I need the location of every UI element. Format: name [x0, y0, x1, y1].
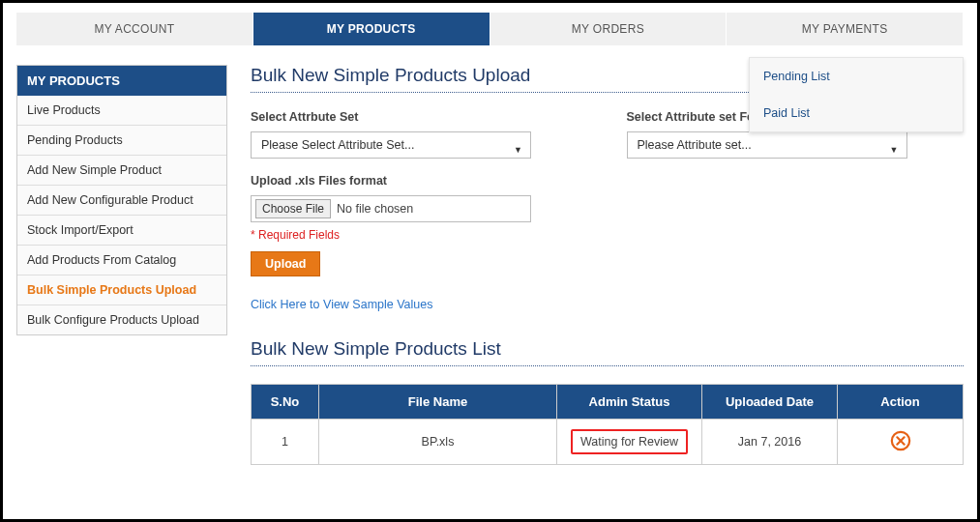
- tab-my-orders[interactable]: MY ORDERS: [490, 13, 728, 45]
- th-date: Uploaded Date: [702, 385, 838, 420]
- cell-status: Wating for Review: [557, 420, 702, 465]
- file-input[interactable]: Choose File No file chosen: [251, 195, 531, 222]
- sidebar-item-add-new-configurable[interactable]: Add New Configurable Product: [17, 186, 226, 216]
- sidebar: MY PRODUCTS Live Products Pending Produc…: [16, 65, 227, 335]
- divider: [251, 365, 964, 366]
- sidebar-item-add-from-catalog[interactable]: Add Products From Catalog: [17, 246, 226, 276]
- required-fields-note: * Required Fields: [251, 228, 964, 242]
- cell-filename: BP.xls: [319, 420, 557, 465]
- sidebar-item-bulk-simple-upload[interactable]: Bulk Simple Products Upload: [17, 276, 226, 305]
- delete-icon[interactable]: [890, 441, 911, 454]
- upload-button[interactable]: Upload: [251, 251, 320, 276]
- dropdown-item-pending-list[interactable]: Pending List: [750, 58, 963, 95]
- tab-my-account[interactable]: MY ACCOUNT: [16, 13, 253, 45]
- upload-label: Upload .xls Files format: [251, 174, 964, 188]
- th-status: Admin Status: [557, 385, 702, 420]
- tab-my-payments[interactable]: MY PAYMENTS: [727, 13, 964, 45]
- attribute-set-select[interactable]: Please Select Attribute Set...: [251, 131, 531, 159]
- attribute-set-label: Select Attrbute Set: [251, 110, 588, 124]
- cell-date: Jan 7, 2016: [702, 420, 838, 465]
- uploads-table: S.No File Name Admin Status Uploaded Dat…: [251, 384, 964, 465]
- tab-my-products[interactable]: MY PRODUCTS: [253, 13, 490, 45]
- top-nav: MY ACCOUNT MY PRODUCTS MY ORDERS MY PAYM…: [16, 13, 964, 45]
- sidebar-item-bulk-configure-upload[interactable]: Bulk Configure Products Upload: [17, 305, 226, 334]
- th-filename: File Name: [319, 385, 557, 420]
- th-sno: S.No: [252, 385, 319, 420]
- sidebar-item-pending-products[interactable]: Pending Products: [17, 126, 226, 156]
- sidebar-item-live-products[interactable]: Live Products: [17, 96, 226, 126]
- sidebar-item-stock-import-export[interactable]: Stock Import/Export: [17, 216, 226, 246]
- cell-sno: 1: [252, 420, 319, 465]
- sidebar-header: MY PRODUCTS: [17, 66, 226, 96]
- table-row: 1 BP.xls Wating for Review Jan 7, 2016: [252, 420, 964, 465]
- dropdown-item-paid-list[interactable]: Paid List: [750, 95, 963, 131]
- cell-action: [838, 420, 964, 465]
- th-action: Action: [838, 385, 964, 420]
- sample-values-link[interactable]: Click Here to View Sample Values: [251, 298, 433, 311]
- choose-file-button[interactable]: Choose File: [255, 199, 331, 218]
- sample-csv-select[interactable]: Please Attribute set...: [627, 131, 907, 159]
- status-badge: Wating for Review: [571, 429, 688, 454]
- payments-dropdown: Pending List Paid List: [749, 57, 964, 132]
- file-chosen-text: No file chosen: [337, 202, 413, 216]
- list-title: Bulk New Simple Products List: [251, 338, 964, 360]
- sidebar-item-add-new-simple[interactable]: Add New Simple Product: [17, 156, 226, 186]
